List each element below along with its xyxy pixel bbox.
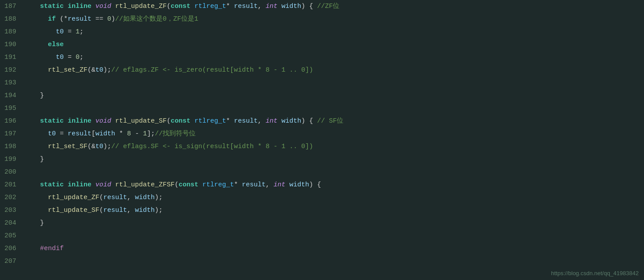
line-number: 192 [0,64,24,76]
code-line: 191 t0 = 0; [0,51,644,64]
line-number: 193 [0,76,24,89]
line-content: rtl_set_ZF(&t0);// eflags.ZF <- is_zero(… [24,64,313,76]
line-number: 203 [0,204,24,217]
code-line: 207 [0,255,644,268]
code-line: 195 [0,102,644,115]
code-line: 203 rtl_update_SF(result, width); [0,204,644,217]
code-line: 196 static inline void rtl_update_SF(con… [0,115,644,127]
line-content: static inline void rtl_update_ZFSF(const… [24,178,321,191]
code-line: 202 rtl_update_ZF(result, width); [0,191,644,204]
line-content: rtl_update_ZF(result, width); [24,191,163,204]
line-number: 202 [0,191,24,204]
line-number: 197 [0,127,24,140]
line-number: 189 [0,25,24,38]
line-content: else [24,38,64,51]
line-content: } [24,89,44,102]
code-line: 197 t0 = result[width * 8 - 1];//找到符号位 [0,127,644,140]
line-number: 194 [0,89,24,102]
line-content: } [24,217,44,229]
code-line: 193 [0,76,644,89]
line-number: 196 [0,115,24,127]
line-number: 200 [0,166,24,178]
line-number: 199 [0,153,24,166]
code-line: 190 else [0,38,644,51]
code-line: 192 rtl_set_ZF(&t0);// eflags.ZF <- is_z… [0,64,644,76]
code-line: 189 t0 = 1; [0,25,644,38]
code-line: 198 rtl_set_SF(&t0);// eflags.SF <- is_s… [0,140,644,153]
code-line: 200 [0,166,644,178]
line-number: 205 [0,229,24,242]
line-content: rtl_update_SF(result, width); [24,204,163,217]
code-line: 205 [0,229,644,242]
watermark: https://blog.csdn.net/qq_41983842 [551,270,639,276]
line-content: static inline void rtl_update_SF(const r… [24,115,343,127]
line-number: 188 [0,13,24,25]
code-line: 199 } [0,153,644,166]
line-number: 207 [0,255,24,268]
line-content: rtl_set_SF(&t0);// eflags.SF <- is_sign(… [24,140,313,153]
line-number: 206 [0,242,24,255]
code-line: 204 } [0,217,644,229]
line-number: 195 [0,102,24,115]
line-content: } [24,153,44,166]
line-number: 201 [0,178,24,191]
line-content: if (*result == 0)//如果这个数是0，ZF位是1 [24,13,198,25]
line-number: 187 [0,0,24,13]
code-line: 206 #endif [0,242,644,255]
code-editor: 187 static inline void rtl_update_ZF(con… [0,0,644,280]
line-content: t0 = 1; [24,25,84,38]
code-line: 194 } [0,89,644,102]
line-content: t0 = 0; [24,51,84,64]
line-content: #endif [24,242,64,255]
line-number: 204 [0,217,24,229]
code-line: 201 static inline void rtl_update_ZFSF(c… [0,178,644,191]
code-line: 188 if (*result == 0)//如果这个数是0，ZF位是1 [0,13,644,25]
line-content: static inline void rtl_update_ZF(const r… [24,0,339,13]
code-line: 187 static inline void rtl_update_ZF(con… [0,0,644,13]
line-number: 191 [0,51,24,64]
line-number: 198 [0,140,24,153]
code-lines: 187 static inline void rtl_update_ZF(con… [0,0,644,268]
line-content: t0 = result[width * 8 - 1];//找到符号位 [24,127,196,140]
line-number: 190 [0,38,24,51]
